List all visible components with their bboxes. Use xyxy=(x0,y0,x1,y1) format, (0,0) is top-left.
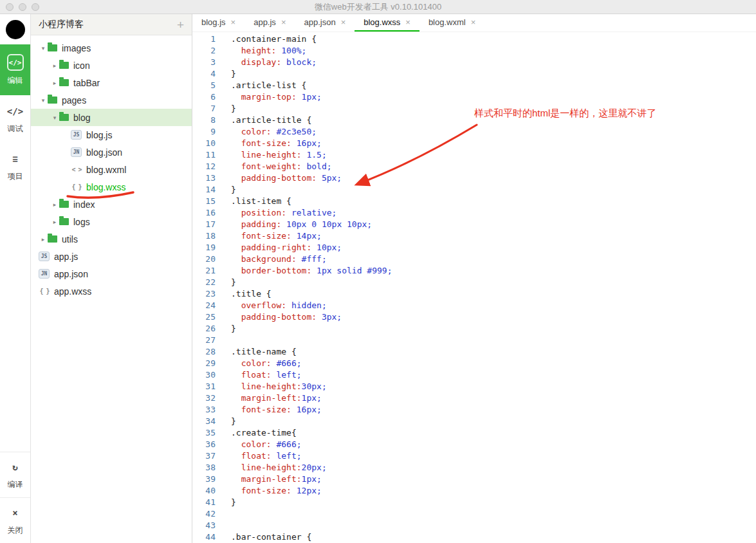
activity-item-project[interactable]: ≡项目 xyxy=(0,143,30,190)
file-type-icon: JS xyxy=(71,130,82,140)
code-line: ​ xyxy=(231,335,756,346)
line-number: 31 xyxy=(192,381,216,392)
close-icon[interactable]: × xyxy=(231,17,236,27)
line-number: 21 xyxy=(192,265,216,277)
code-line: .article-list { xyxy=(231,80,756,91)
close-icon[interactable]: × xyxy=(281,17,286,27)
main-area: </>编辑</>调试≡项目 ↻编译×关闭 小程序博客 + ▾images▸ico… xyxy=(0,14,756,543)
chevron-down-icon[interactable]: ▾ xyxy=(50,115,59,121)
file-tree: ▾images▸icon▸tabBar▾pages▾blogJSblog.jsJ… xyxy=(31,35,192,543)
tree-item-blog.wxml[interactable]: < >blog.wxml xyxy=(31,161,192,178)
line-number-gutter: 1234567891011121314151617181920212223242… xyxy=(192,32,222,543)
file-type-icon: JN xyxy=(71,147,82,157)
code-line: padding: 10px 0 10px 10px; xyxy=(231,219,756,230)
tree-item-label: pages xyxy=(62,95,86,106)
activity-item-debug[interactable]: </>调试 xyxy=(0,95,30,143)
zoom-window-button[interactable] xyxy=(32,3,39,11)
line-number: 5 xyxy=(192,80,216,91)
code-line: .bar-container { xyxy=(231,531,756,543)
chevron-down-icon[interactable]: ▾ xyxy=(39,97,48,104)
folder-icon xyxy=(59,114,69,121)
code-line: font-weight: bold; xyxy=(231,161,756,172)
tree-item-icon[interactable]: ▸icon xyxy=(31,57,192,74)
code-line: } xyxy=(231,184,756,196)
code-line: font-size: 12px; xyxy=(231,485,756,497)
tree-item-index[interactable]: ▸index xyxy=(31,196,192,213)
line-number: 7 xyxy=(192,103,216,115)
line-number: 4 xyxy=(192,68,216,80)
tree-item-logs[interactable]: ▸logs xyxy=(31,213,192,230)
tab-label: app.json xyxy=(304,17,335,27)
tab-app.js[interactable]: app.js× xyxy=(244,14,295,32)
close-icon[interactable]: × xyxy=(405,17,410,27)
line-number: 38 xyxy=(192,462,216,474)
editor-pane: blog.js×app.js×app.json×blog.wxss×blog.w… xyxy=(192,14,756,543)
tree-item-label: images xyxy=(62,43,91,53)
compile-icon: ↻ xyxy=(12,459,17,475)
line-number: 3 xyxy=(192,57,216,68)
tab-label: blog.wxml xyxy=(429,17,466,27)
line-number: 9 xyxy=(192,126,216,138)
chevron-right-icon[interactable]: ▸ xyxy=(50,201,59,208)
file-type-icon: JS xyxy=(39,252,50,261)
tree-item-images[interactable]: ▾images xyxy=(31,39,192,57)
tree-item-blog[interactable]: ▾blog xyxy=(31,109,192,126)
activity-item-label: 调试 xyxy=(8,124,23,134)
code-line: background: #fff; xyxy=(231,253,756,265)
activity-item-close[interactable]: ×关闭 xyxy=(0,497,30,543)
line-number: 43 xyxy=(192,520,216,531)
chevron-down-icon[interactable]: ▾ xyxy=(39,45,48,51)
tree-item-utils[interactable]: ▸utils xyxy=(31,230,192,248)
window-title: 微信web开发者工具 v0.10.101400 xyxy=(0,0,756,14)
tree-item-app.wxss[interactable]: { }app.wxss xyxy=(31,282,192,300)
add-button[interactable]: + xyxy=(177,19,184,31)
line-number: 27 xyxy=(192,335,216,346)
code-line: height: 100%; xyxy=(231,45,756,57)
avatar[interactable] xyxy=(6,20,25,39)
tree-item-tabBar[interactable]: ▸tabBar xyxy=(31,74,192,91)
tree-item-blog.js[interactable]: JSblog.js xyxy=(31,126,192,143)
folder-icon xyxy=(48,235,57,243)
chevron-right-icon[interactable]: ▸ xyxy=(50,219,59,225)
code-line: font-size: 16px; xyxy=(231,404,756,416)
code-line: float: left; xyxy=(231,450,756,462)
tree-item-app.json[interactable]: JNapp.json xyxy=(31,265,192,282)
activity-item-edit[interactable]: </>编辑 xyxy=(0,44,30,95)
activity-items: </>编辑</>调试≡项目 xyxy=(0,44,30,190)
tree-item-label: tabBar xyxy=(73,78,100,88)
chevron-right-icon[interactable]: ▸ xyxy=(39,236,48,243)
tab-app.json[interactable]: app.json× xyxy=(295,14,355,32)
tab-blog.wxss[interactable]: blog.wxss× xyxy=(355,14,419,32)
tree-item-pages[interactable]: ▾pages xyxy=(31,91,192,109)
close-icon[interactable]: × xyxy=(471,17,476,27)
tab-blog.js[interactable]: blog.js× xyxy=(192,14,244,32)
line-number: 1 xyxy=(192,33,216,45)
code-line: ​ xyxy=(231,508,756,520)
folder-icon xyxy=(59,79,69,86)
activity-bottom-items: ↻编译×关闭 xyxy=(0,452,30,543)
line-number: 11 xyxy=(192,149,216,161)
code-line: position: relative; xyxy=(231,207,756,219)
code-line: color: #666; xyxy=(231,439,756,450)
activity-item-compile[interactable]: ↻编译 xyxy=(0,452,30,497)
chevron-right-icon[interactable]: ▸ xyxy=(50,80,59,86)
code-line: .container-main { xyxy=(231,33,756,45)
tree-item-label: blog.json xyxy=(86,147,122,158)
file-explorer: 小程序博客 + ▾images▸icon▸tabBar▾pages▾blogJS… xyxy=(31,14,192,543)
tree-item-app.js[interactable]: JSapp.js xyxy=(31,248,192,265)
close-icon[interactable]: × xyxy=(341,17,346,27)
minimize-window-button[interactable] xyxy=(19,3,26,11)
tree-item-blog.wxss[interactable]: { }blog.wxss xyxy=(31,178,192,196)
line-number: 26 xyxy=(192,323,216,335)
code-line: } xyxy=(231,277,756,288)
code-line: color: #666; xyxy=(231,358,756,369)
code-line: padding-right: 10px; xyxy=(231,242,756,253)
line-number: 25 xyxy=(192,311,216,323)
chevron-right-icon[interactable]: ▸ xyxy=(50,62,59,69)
tab-blog.wxml[interactable]: blog.wxml× xyxy=(419,14,484,32)
tree-item-blog.json[interactable]: JNblog.json xyxy=(31,143,192,161)
code-line: } xyxy=(231,497,756,508)
line-number: 19 xyxy=(192,242,216,253)
line-number: 15 xyxy=(192,196,216,207)
close-window-button[interactable] xyxy=(6,3,14,11)
